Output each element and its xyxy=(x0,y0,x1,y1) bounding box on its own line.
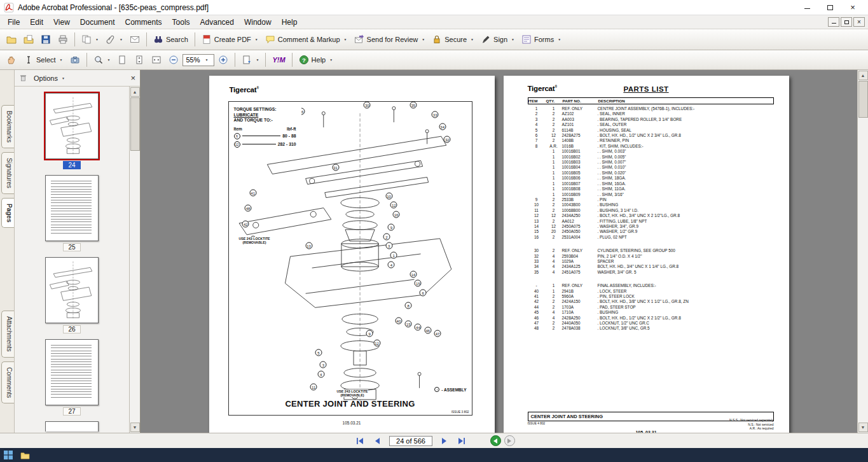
scroll-up-button[interactable]: ▲ xyxy=(858,71,868,80)
close-button[interactable]: × xyxy=(841,1,864,15)
yahoo-messenger-button[interactable]: Y!M xyxy=(269,54,288,66)
secure-button[interactable]: Secure ▼ xyxy=(429,32,477,46)
page-thumbnail-24[interactable] xyxy=(45,93,99,159)
page-thumbnail-number-25[interactable]: 25 xyxy=(63,243,80,251)
zoom-tool-button[interactable]: ▼ xyxy=(90,53,114,67)
first-page-button[interactable] xyxy=(353,435,367,447)
tab-pages[interactable]: Pages xyxy=(1,198,14,228)
page-thumbnail-25[interactable] xyxy=(45,175,99,241)
snapshot-button[interactable] xyxy=(67,53,83,67)
parts-row: 4722440A050. LOCKNUT, 1/2" UNC GR.C xyxy=(528,321,774,326)
scrollbar-thumb[interactable] xyxy=(130,97,140,151)
scrollbar-thumb[interactable] xyxy=(858,81,868,118)
nav-tab-strip: BookmarksSignaturesPages AttachmentsComm… xyxy=(0,70,15,433)
parts-row: 110016B03. . SHIM, 0.007" xyxy=(528,160,774,165)
toolbar-separator xyxy=(146,32,147,46)
sign-button[interactable]: Sign ▼ xyxy=(478,32,518,46)
nav-tabs-bottom: AttachmentsComments xyxy=(0,311,14,403)
parts-row: 14122450A075. WASHER, 3/4", GR.9 xyxy=(528,224,774,229)
main-scrollbar[interactable]: ▲ ▼ xyxy=(857,70,868,433)
comment-markup-button[interactable]: Comment & Markup ▼ xyxy=(262,32,350,46)
diagram-callout: 15 xyxy=(415,280,422,287)
select-tool-button[interactable]: Select ▼ xyxy=(20,53,66,67)
document-area[interactable]: Tigercat® xyxy=(141,70,857,433)
menu-window[interactable]: Window xyxy=(239,17,277,28)
help-button[interactable]: ? Help ▼ xyxy=(296,53,336,67)
scroll-up-button[interactable]: ▲ xyxy=(130,87,140,97)
doc-minimize-button[interactable] xyxy=(828,17,839,27)
minimize-button[interactable] xyxy=(796,1,818,15)
page-indicator[interactable]: 24 of 566 xyxy=(389,436,432,446)
zoom-out-button[interactable] xyxy=(165,53,182,67)
torque-row: 680 - 88 xyxy=(234,133,301,139)
forms-button[interactable]: Forms ▼ xyxy=(518,32,564,46)
export-button[interactable]: ▼ xyxy=(78,32,102,46)
next-page-button[interactable] xyxy=(437,435,451,447)
tab-attachments[interactable]: Attachments xyxy=(1,311,14,358)
page-thumbnail-28[interactable] xyxy=(45,421,99,431)
menu-advanced[interactable]: Advanced xyxy=(195,17,239,28)
parts-issue-label: ISSUE 4 802 xyxy=(528,422,546,425)
menu-comments[interactable]: Comments xyxy=(120,17,167,28)
toolbar-separator xyxy=(195,32,195,46)
fit-page-button[interactable] xyxy=(131,53,148,67)
scroll-down-button[interactable]: ▼ xyxy=(130,423,140,432)
doc-restore-button[interactable] xyxy=(841,17,852,27)
menu-view[interactable]: View xyxy=(48,17,75,28)
fit-width-button[interactable] xyxy=(148,53,165,67)
tab-bookmarks[interactable]: Bookmarks xyxy=(1,105,14,148)
maximize-button[interactable] xyxy=(818,1,841,15)
pages-panel-scrollbar[interactable]: ▲ ▼ xyxy=(129,87,140,433)
menu-help[interactable]: Help xyxy=(277,17,303,28)
last-page-button[interactable] xyxy=(455,435,469,447)
save-button[interactable] xyxy=(38,32,54,46)
next-view-button[interactable] xyxy=(504,435,515,446)
scroll-down-button[interactable]: ▼ xyxy=(858,423,868,432)
tab-signatures[interactable]: Signatures xyxy=(1,152,14,194)
torque-line1: LUBRICATE xyxy=(234,113,301,118)
create-pdf-label: Create PDF xyxy=(214,36,251,43)
attach-button[interactable]: ▼ xyxy=(102,32,126,46)
search-button[interactable]: Search xyxy=(150,32,191,46)
options-menu-button[interactable]: Options ▼ xyxy=(32,74,67,83)
parts-row: 4125960A. PIN, STEER LOCK xyxy=(528,294,774,299)
actual-size-button[interactable] xyxy=(114,53,130,67)
menu-file[interactable]: File xyxy=(3,17,25,28)
create-pdf-button[interactable]: Create PDF ▼ xyxy=(198,32,261,46)
menu-document[interactable]: Document xyxy=(75,17,120,28)
previous-page-button[interactable] xyxy=(370,435,384,447)
zoom-in-button[interactable] xyxy=(215,53,231,67)
open-organizer-button[interactable] xyxy=(20,32,37,46)
diagram-title: CENTER JOINT AND STEERING xyxy=(229,399,472,409)
file-explorer-button[interactable] xyxy=(20,450,30,460)
panel-close-button[interactable]: × xyxy=(130,73,135,83)
delete-page-icon[interactable] xyxy=(19,74,27,82)
start-button[interactable] xyxy=(3,450,13,460)
toolbar-separator xyxy=(74,32,75,46)
send-for-review-button[interactable]: Send for Review ▼ xyxy=(351,32,429,46)
page-thumbnail-27[interactable] xyxy=(45,339,99,405)
diagram-callout: 47 xyxy=(434,330,441,337)
previous-view-button[interactable] xyxy=(490,435,501,446)
tab-comments[interactable]: Comments xyxy=(1,361,14,403)
email-button[interactable] xyxy=(127,32,143,46)
parts-row: 922533B. PIN xyxy=(528,197,774,202)
print-button[interactable] xyxy=(55,32,71,46)
zoom-level-combo[interactable]: 55% ▼ xyxy=(183,54,214,66)
menu-tools[interactable]: Tools xyxy=(167,17,195,28)
parts-row: 12122434A250. BOLT, HX. HD., 3/4" UNC X … xyxy=(528,213,774,218)
page-display-button[interactable]: ▼ xyxy=(238,53,262,67)
open-button[interactable] xyxy=(3,32,20,46)
hand-tool-button[interactable] xyxy=(3,53,20,67)
doc-close-button[interactable]: × xyxy=(853,17,865,27)
dropdown-arrow: ▼ xyxy=(95,38,99,41)
dropdown-arrow: ▼ xyxy=(120,38,123,41)
diagram-callout: 9 xyxy=(388,223,395,230)
page-thumbnail-26[interactable] xyxy=(45,257,99,323)
menu-edit[interactable]: Edit xyxy=(25,17,48,28)
pen-icon xyxy=(481,34,491,45)
page-thumbnail-number-24[interactable]: 24 xyxy=(63,161,80,169)
page-thumbnail-number-26[interactable]: 26 xyxy=(63,325,80,333)
page-thumbnail-number-27[interactable]: 27 xyxy=(63,407,80,416)
actual-size-icon xyxy=(117,55,127,65)
